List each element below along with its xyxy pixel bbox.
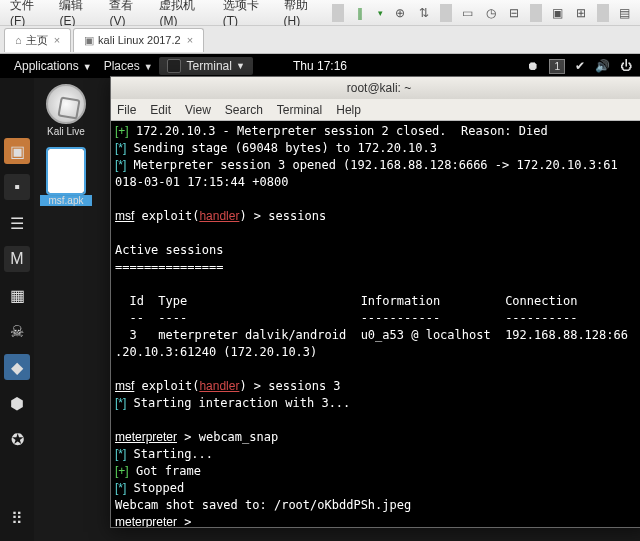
dock-show-apps[interactable]: ⠿ — [4, 505, 30, 531]
settings-icon[interactable]: ✔ — [575, 59, 585, 73]
menu-file[interactable]: 文件(F) — [4, 0, 53, 28]
dock-wireshark[interactable]: ◆ — [4, 354, 30, 380]
terminal-window: root@kali: ~ File Edit View Search Termi… — [110, 76, 640, 528]
vm-icon: ▣ — [84, 34, 94, 47]
menu-help[interactable]: 帮助(H) — [278, 0, 329, 28]
host-menubar: 文件(F) 编辑(E) 查看(V) 虚拟机(M) 选项卡(T) 帮助(H) ‖▾… — [0, 0, 640, 26]
clock-icon[interactable]: ◷ — [479, 1, 502, 25]
dock-armitage[interactable]: ☠ — [4, 318, 30, 344]
menu-edit[interactable]: 编辑(E) — [53, 0, 103, 28]
tab-kali[interactable]: ▣ kali Linux 2017.2 × — [73, 28, 204, 52]
library-icon[interactable]: ▤ — [613, 1, 636, 25]
dock-metasploit[interactable]: M — [4, 246, 30, 272]
term-menu-terminal[interactable]: Terminal — [277, 103, 322, 117]
file-icon — [48, 149, 84, 193]
terminal-app-icon — [167, 59, 181, 73]
fullscreen-icon[interactable]: ▣ — [546, 1, 569, 25]
close-icon[interactable]: × — [187, 34, 193, 46]
dock-terminal[interactable]: ▪ — [4, 174, 30, 200]
desktop[interactable]: ▣ ▪ ☰ M ▦ ☠ ◆ ⬢ ✪ ⠿ Kali Live msf.apk — [0, 78, 640, 541]
clock[interactable]: Thu 17:16 — [293, 59, 347, 73]
dock-app-4[interactable]: ✪ — [4, 426, 30, 452]
terminal-titlebar[interactable]: root@kali: ~ — [111, 77, 640, 99]
disk-icon[interactable]: ⊟ — [502, 1, 525, 25]
dock-app-1[interactable]: ☰ — [4, 210, 30, 236]
term-menu-view[interactable]: View — [185, 103, 211, 117]
system-tray: ⏺ 1 ✔ 🔊 ⏻ — [527, 59, 632, 74]
dock-files[interactable]: ▣ — [4, 138, 30, 164]
pause-icon[interactable]: ‖ — [348, 1, 371, 25]
disc-icon — [46, 84, 86, 124]
places-menu[interactable]: Places▼ — [98, 59, 159, 73]
volume-icon[interactable]: 🔊 — [595, 59, 610, 73]
gnome-topbar: Applications▼ Places▼ Terminal▼ Thu 17:1… — [0, 54, 640, 78]
home-icon: ⌂ — [15, 34, 22, 46]
term-menu-search[interactable]: Search — [225, 103, 263, 117]
toolbar-icon-2[interactable]: ⇅ — [412, 1, 435, 25]
term-menu-edit[interactable]: Edit — [150, 103, 171, 117]
terminal-menubar: File Edit View Search Terminal Help — [111, 99, 640, 121]
tab-kali-label: kali Linux 2017.2 — [98, 34, 181, 46]
vm-viewport: Applications▼ Places▼ Terminal▼ Thu 17:1… — [0, 54, 640, 541]
snapshot-icon[interactable]: ▭ — [456, 1, 479, 25]
menu-vm[interactable]: 虚拟机(M) — [153, 0, 216, 28]
recorder-icon[interactable]: ⏺ — [527, 59, 539, 73]
toolbar-icon-1[interactable]: ⊕ — [389, 1, 412, 25]
desktop-icon-msf-apk[interactable]: msf.apk — [40, 149, 92, 206]
term-menu-file[interactable]: File — [117, 103, 136, 117]
term-menu-help[interactable]: Help — [336, 103, 361, 117]
dock-app-3[interactable]: ⬢ — [4, 390, 30, 416]
host-tabbar: ⌂ 主页 × ▣ kali Linux 2017.2 × — [0, 26, 640, 54]
menu-view[interactable]: 查看(V) — [103, 0, 153, 28]
applications-menu[interactable]: Applications▼ — [8, 59, 98, 73]
desktop-icons: Kali Live msf.apk — [40, 84, 92, 218]
menu-tabs[interactable]: 选项卡(T) — [217, 0, 278, 28]
workspace-indicator[interactable]: 1 — [549, 59, 565, 74]
tab-home-label: 主页 — [26, 33, 48, 48]
tab-home[interactable]: ⌂ 主页 × — [4, 28, 71, 52]
desktop-icon-kali-live[interactable]: Kali Live — [40, 84, 92, 137]
unity-icon[interactable]: ⊞ — [569, 1, 592, 25]
dock-app-2[interactable]: ▦ — [4, 282, 30, 308]
active-app[interactable]: Terminal▼ — [159, 57, 253, 75]
dock: ▣ ▪ ☰ M ▦ ☠ ◆ ⬢ ✪ ⠿ — [0, 78, 34, 541]
power-icon[interactable]: ⏻ — [620, 59, 632, 73]
terminal-output[interactable]: [+] 172.20.10.3 - Meterpreter session 2 … — [111, 121, 640, 527]
close-icon[interactable]: × — [54, 34, 60, 46]
